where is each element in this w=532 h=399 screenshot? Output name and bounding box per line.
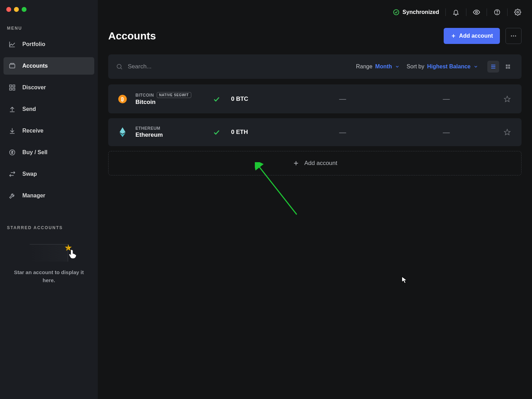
svg-rect-2 bbox=[10, 85, 12, 87]
svg-rect-31 bbox=[508, 67, 510, 69]
svg-marker-37 bbox=[504, 129, 510, 135]
close-window-button[interactable] bbox=[6, 7, 11, 12]
search-input[interactable] bbox=[128, 63, 349, 70]
topbar: Synchronized bbox=[98, 0, 532, 24]
sidebar-item-label: Buy / Sell bbox=[22, 149, 47, 156]
ethereum-icon bbox=[117, 127, 128, 137]
range-filter[interactable]: Range Month bbox=[356, 63, 400, 70]
svg-point-16 bbox=[497, 14, 497, 14]
maximize-window-button[interactable] bbox=[22, 7, 27, 12]
sidebar-item-accounts[interactable]: Accounts bbox=[3, 57, 94, 75]
add-account-button[interactable]: Add account bbox=[444, 28, 500, 44]
starred-section: STARRED ACCOUNTS ★ Star an account to di… bbox=[3, 225, 94, 284]
account-value-placeholder: — bbox=[398, 128, 494, 136]
svg-marker-35 bbox=[120, 127, 126, 134]
account-balance: 0 BTC bbox=[231, 96, 287, 103]
starred-hint-text: Star an account to display it here. bbox=[3, 269, 94, 284]
page-header: Accounts Add account bbox=[108, 28, 522, 44]
search-icon bbox=[116, 63, 123, 70]
svg-point-14 bbox=[475, 11, 478, 13]
sort-filter[interactable]: Sort by Highest Balance bbox=[407, 63, 478, 70]
star-account-button[interactable] bbox=[502, 129, 512, 136]
svg-rect-4 bbox=[10, 88, 12, 90]
account-change-placeholder: — bbox=[295, 95, 391, 103]
check-icon bbox=[213, 95, 220, 103]
separator bbox=[487, 8, 487, 16]
sync-status-label: Synchronized bbox=[402, 9, 439, 15]
account-info: BITCOIN NATIVE SEGWIT Bitcoin bbox=[135, 92, 202, 106]
minimize-window-button[interactable] bbox=[14, 7, 19, 12]
svg-marker-34 bbox=[504, 96, 510, 101]
mouse-cursor-icon bbox=[401, 276, 408, 284]
sidebar-item-label: Manager bbox=[22, 193, 45, 199]
account-asset-label: ETHEREUM bbox=[135, 126, 160, 131]
starred-illustration: ★ bbox=[3, 235, 94, 269]
gear-icon[interactable] bbox=[514, 8, 522, 16]
sidebar-item-label: Discover bbox=[22, 84, 46, 91]
svg-rect-0 bbox=[10, 64, 15, 68]
svg-rect-28 bbox=[506, 65, 508, 66]
more-options-button[interactable] bbox=[505, 28, 522, 44]
grid-icon bbox=[8, 84, 16, 91]
account-badge: NATIVE SEGWIT bbox=[157, 92, 191, 98]
svg-rect-30 bbox=[506, 67, 508, 69]
svg-rect-3 bbox=[13, 85, 15, 87]
wallet-icon bbox=[8, 62, 16, 70]
sidebar-item-receive[interactable]: Receive bbox=[3, 122, 94, 140]
hand-pointer-icon bbox=[68, 249, 78, 259]
eye-icon[interactable] bbox=[473, 8, 480, 16]
svg-rect-1 bbox=[10, 63, 14, 65]
grid-view-button[interactable] bbox=[502, 61, 514, 73]
sync-check-icon bbox=[393, 9, 400, 16]
sort-label: Sort by bbox=[407, 63, 424, 70]
page-title: Accounts bbox=[108, 30, 156, 42]
header-actions: Add account bbox=[444, 28, 522, 44]
main: Synchronized Accounts bbox=[98, 0, 532, 399]
nav-list: Portfolio Accounts Discover Send bbox=[3, 36, 94, 204]
list-view-button[interactable] bbox=[487, 61, 499, 73]
starred-section-label: STARRED ACCOUNTS bbox=[3, 225, 94, 235]
range-label: Range bbox=[356, 63, 372, 70]
plus-icon bbox=[293, 160, 300, 167]
sidebar-item-manager[interactable]: Manager bbox=[3, 187, 94, 204]
account-balance: 0 ETH bbox=[231, 129, 287, 136]
receive-icon bbox=[8, 127, 16, 135]
svg-marker-42 bbox=[402, 277, 407, 283]
add-account-row[interactable]: Add account bbox=[108, 151, 522, 175]
send-icon bbox=[8, 105, 16, 113]
sidebar-item-swap[interactable]: Swap bbox=[3, 165, 94, 183]
sidebar-item-buy-sell[interactable]: Buy / Sell bbox=[3, 144, 94, 161]
bell-icon[interactable] bbox=[452, 8, 460, 16]
account-row-bitcoin[interactable]: ₿ BITCOIN NATIVE SEGWIT Bitcoin 0 BTC — bbox=[108, 84, 522, 113]
star-outline-icon bbox=[504, 96, 511, 103]
account-name: Ethereum bbox=[135, 131, 202, 138]
tools-icon bbox=[8, 192, 16, 200]
sidebar-item-send[interactable]: Send bbox=[3, 100, 94, 118]
star-account-button[interactable] bbox=[502, 96, 512, 103]
window-controls bbox=[3, 7, 94, 26]
svg-line-24 bbox=[121, 68, 122, 69]
separator bbox=[466, 8, 466, 16]
content: Accounts Add account bbox=[98, 24, 532, 186]
sidebar-item-portfolio[interactable]: Portfolio bbox=[3, 36, 94, 53]
account-info: ETHEREUM Ethereum bbox=[135, 126, 202, 138]
account-name: Bitcoin bbox=[135, 99, 202, 106]
account-value-placeholder: — bbox=[398, 95, 494, 103]
range-value: Month bbox=[375, 63, 392, 70]
bitcoin-icon: ₿ bbox=[117, 94, 128, 104]
svg-point-21 bbox=[513, 36, 514, 37]
sort-value: Highest Balance bbox=[427, 63, 471, 70]
separator bbox=[507, 8, 508, 16]
sidebar-item-label: Receive bbox=[22, 128, 44, 134]
accounts-list: ₿ BITCOIN NATIVE SEGWIT Bitcoin 0 BTC — bbox=[108, 84, 522, 175]
view-toggle bbox=[487, 61, 514, 73]
plus-icon bbox=[451, 33, 456, 39]
help-icon[interactable] bbox=[493, 8, 501, 16]
add-account-row-label: Add account bbox=[304, 160, 338, 167]
star-outline-icon bbox=[504, 129, 511, 136]
account-row-ethereum[interactable]: ETHEREUM Ethereum 0 ETH — — bbox=[108, 118, 522, 146]
svg-point-20 bbox=[511, 36, 512, 37]
sidebar-item-discover[interactable]: Discover bbox=[3, 79, 94, 96]
svg-point-17 bbox=[517, 12, 519, 13]
chart-icon bbox=[8, 40, 16, 48]
